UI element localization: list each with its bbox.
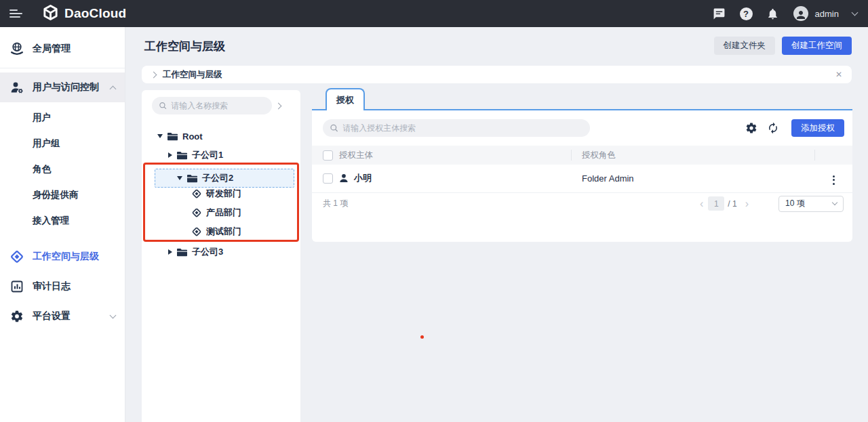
tree-node-root[interactable]: Root xyxy=(142,127,300,146)
page-title: 工作空间与层级 xyxy=(144,39,225,54)
notifications-bell-icon[interactable] xyxy=(766,7,780,20)
main-content: 工作空间与层级 创建文件夹 创建工作空间 工作空间与层级 ✕ Root 子公司1 xyxy=(125,27,868,422)
gear-icon xyxy=(9,309,24,324)
help-icon[interactable]: ? xyxy=(740,7,753,20)
tree-node-label: 研发部门 xyxy=(206,188,241,200)
tree-node-rd-department[interactable]: 研发部门 xyxy=(142,184,300,203)
tree-node-test-department[interactable]: 测试部门 xyxy=(142,222,300,241)
workspace-diamond-icon xyxy=(9,249,24,264)
search-icon xyxy=(330,123,338,133)
row-actions-kebab-icon[interactable] xyxy=(830,173,837,188)
add-authorization-button[interactable]: 添加授权 xyxy=(791,119,844,137)
workspace-diamond-icon xyxy=(191,226,202,237)
workspace-diamond-icon xyxy=(191,188,202,199)
tree-search-input[interactable] xyxy=(171,101,265,110)
sidebar-item-users-access-control[interactable]: 用户与访问控制 xyxy=(0,72,125,102)
auth-search xyxy=(323,119,590,137)
role-value: Folder Admin xyxy=(572,165,815,192)
current-page[interactable]: 1 xyxy=(708,196,724,211)
user-gear-icon xyxy=(9,80,24,95)
create-workspace-button[interactable]: 创建工作空间 xyxy=(782,37,852,55)
hierarchy-tree-panel: Root 子公司1 子公司2 研发部门 产品部门 测试部门 子公司3 xyxy=(142,90,300,422)
table-footer: 共 1 项 ‹ 1 / 1 › 10 项 xyxy=(312,192,852,215)
sidebar-label: 全局管理 xyxy=(33,43,71,55)
caret-right-icon[interactable] xyxy=(168,152,172,158)
column-header-subject[interactable]: 授权主体 xyxy=(339,146,572,165)
breadcrumb: 工作空间与层级 ✕ xyxy=(142,66,852,83)
sidebar-item-identity-providers[interactable]: 身份提供商 xyxy=(0,185,125,205)
tree-node-subsidiary3[interactable]: 子公司3 xyxy=(142,242,300,261)
authorization-panel: 添加授权 授权主体 授权角色 小明 xyxy=(312,110,852,242)
topbar: DaoCloud ? admin xyxy=(0,0,868,27)
tree-node-subsidiary1[interactable]: 子公司1 xyxy=(142,146,300,165)
click-indicator-dot xyxy=(420,335,424,339)
folder-icon xyxy=(186,173,198,184)
page-size-select[interactable]: 10 项 xyxy=(778,196,844,212)
breadcrumb-chevron-icon xyxy=(151,71,157,78)
daocloud-logo-icon xyxy=(42,4,59,24)
pagination: ‹ 1 / 1 › 10 项 xyxy=(698,196,844,212)
select-all-checkbox[interactable] xyxy=(323,150,333,161)
sidebar-label: 平台设置 xyxy=(33,310,71,322)
table-row[interactable]: 小明 Folder Admin xyxy=(312,165,852,192)
sidebar-label: 工作空间与层级 xyxy=(33,251,99,263)
sidebar-item-access-management[interactable]: 接入管理 xyxy=(0,211,125,231)
tree-node-label: 测试部门 xyxy=(206,226,241,238)
caret-down-icon[interactable] xyxy=(177,176,182,180)
row-checkbox[interactable] xyxy=(323,173,333,184)
refresh-icon[interactable] xyxy=(766,121,781,135)
topbar-actions: ? admin xyxy=(713,6,868,21)
search-icon xyxy=(159,101,167,110)
menu-toggle-icon[interactable] xyxy=(0,0,27,27)
chat-icon[interactable] xyxy=(713,7,726,20)
sidebar-item-users[interactable]: 用户 xyxy=(0,108,125,128)
sidebar-item-audit-logs[interactable]: 审计日志 xyxy=(0,272,125,301)
expand-section-chevron-icon[interactable] xyxy=(110,312,117,319)
tree-node-label: 子公司2 xyxy=(202,172,233,184)
tab-authorization[interactable]: 授权 xyxy=(326,88,365,110)
folder-icon xyxy=(167,131,178,142)
brand-logo: DaoCloud xyxy=(42,4,126,24)
table-header-row: 授权主体 授权角色 xyxy=(312,146,852,165)
tree-node-label: 子公司3 xyxy=(192,246,223,258)
sidebar: 全局管理 用户与访问控制 用户 用户组 角色 身份提供商 接入管理 工作空间与层… xyxy=(0,27,125,422)
divider xyxy=(0,68,125,68)
panel-collapse-chevron-icon[interactable] xyxy=(275,102,282,109)
sidebar-label: 用户与访问控制 xyxy=(33,81,99,93)
close-icon[interactable]: ✕ xyxy=(835,70,842,79)
sidebar-label: 审计日志 xyxy=(33,280,71,293)
caret-right-icon[interactable] xyxy=(168,249,172,255)
create-folder-button[interactable]: 创建文件夹 xyxy=(714,37,776,55)
table-settings-gear-icon[interactable] xyxy=(744,121,759,135)
prev-page-icon[interactable]: ‹ xyxy=(698,198,705,209)
page-size-value: 10 项 xyxy=(785,198,805,209)
globe-icon xyxy=(9,41,24,56)
sidebar-item-user-groups[interactable]: 用户组 xyxy=(0,133,125,154)
caret-down-icon[interactable] xyxy=(157,134,163,138)
tree-node-label: 子公司1 xyxy=(192,149,223,161)
user-menu-chevron-icon[interactable] xyxy=(852,9,859,16)
subject-name: 小明 xyxy=(354,172,372,184)
collapse-section-chevron-icon[interactable] xyxy=(110,85,117,92)
sidebar-item-workspace-hierarchy[interactable]: 工作空间与层级 xyxy=(0,242,125,272)
chevron-down-icon xyxy=(832,200,837,205)
column-header-role[interactable]: 授权角色 xyxy=(572,146,815,165)
audit-log-icon xyxy=(9,279,24,294)
sidebar-item-roles[interactable]: 角色 xyxy=(0,159,125,180)
auth-search-input[interactable] xyxy=(342,123,583,133)
sidebar-item-platform-settings[interactable]: 平台设置 xyxy=(0,301,125,331)
folder-icon xyxy=(176,247,188,257)
breadcrumb-label: 工作空间与层级 xyxy=(163,69,222,81)
tree-search xyxy=(152,97,272,114)
tree-node-label: Root xyxy=(182,131,203,142)
total-count: 共 1 项 xyxy=(323,198,348,209)
column-header-actions xyxy=(815,146,852,165)
tree-node-product-department[interactable]: 产品部门 xyxy=(142,203,300,222)
next-page-icon[interactable]: › xyxy=(744,198,750,209)
sidebar-item-global-management[interactable]: 全局管理 xyxy=(0,34,125,64)
brand-name: DaoCloud xyxy=(64,6,126,21)
page-total: / 1 xyxy=(728,199,736,209)
authorization-table: 授权主体 授权角色 小明 Folder Admin xyxy=(312,146,852,193)
workspace-diamond-icon xyxy=(191,207,202,218)
user-avatar[interactable] xyxy=(793,6,808,21)
